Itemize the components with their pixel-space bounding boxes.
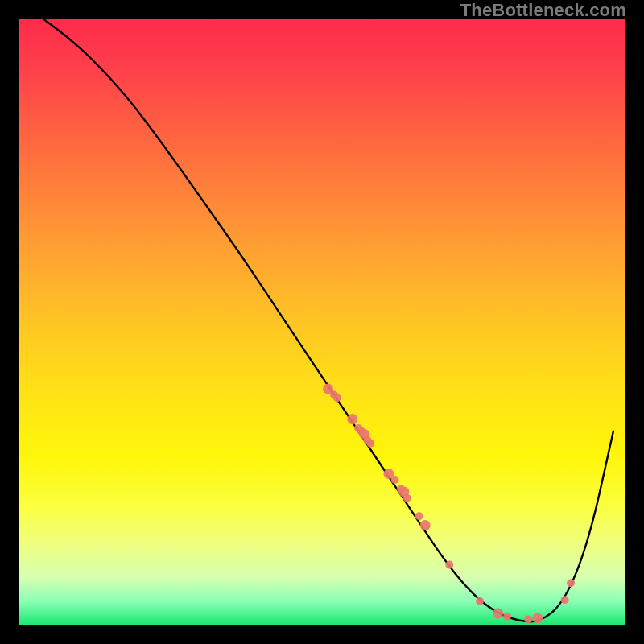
chart-svg xyxy=(19,19,625,625)
marker-point xyxy=(366,440,374,448)
marker-point xyxy=(532,613,543,624)
bottleneck-curve xyxy=(43,19,613,621)
marker-point xyxy=(403,494,411,502)
marker-point xyxy=(476,597,484,605)
marker-point xyxy=(347,414,357,424)
marker-point xyxy=(445,561,453,569)
marker-point xyxy=(420,520,431,530)
marker-point xyxy=(493,608,503,618)
marker-point xyxy=(524,616,532,624)
marker-point xyxy=(567,579,575,587)
watermark-text: TheBottleneck.com xyxy=(460,0,626,21)
marker-point xyxy=(391,476,399,484)
marker-point xyxy=(503,613,511,621)
marker-point xyxy=(415,512,423,520)
marker-point xyxy=(561,596,569,604)
curve-markers xyxy=(323,383,575,623)
chart-area xyxy=(19,19,625,625)
marker-point xyxy=(333,394,341,402)
